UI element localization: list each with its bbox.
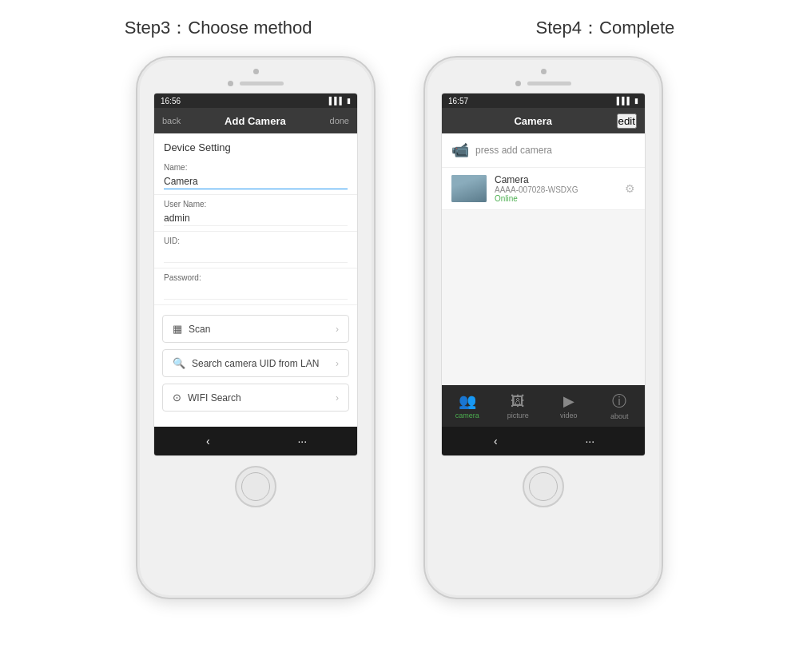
camera-dot [253,69,259,74]
search-lan-button[interactable]: 🔍 Search camera UID from LAN › [162,349,349,377]
done-button[interactable]: done [330,116,349,125]
name-label: Name: [164,163,348,172]
search-lan-label: Search camera UID from LAN [192,358,319,369]
add-camera-row[interactable]: 📹 press add camera [442,133,645,168]
uid-label: UID: [164,237,348,245]
device-setting-content: Device Setting Name: User Name: UID: Pas… [154,133,357,427]
phone3-bottom-bar: ‹ ··· [154,427,358,455]
tab-picture-icon: 🖼 [511,393,525,410]
status-bar-3: 16:56 ▌▌▌ ▮ [154,93,357,108]
page-header: Step3：Choose method Step4：Complete [0,0,799,48]
video-add-icon: 📹 [451,141,469,159]
search-icon: 🔍 [173,357,185,369]
step4-label: Step4：Complete [536,16,675,40]
phone-speaker-4 [527,82,571,85]
scan-chevron: › [336,324,339,335]
tab-bar: 👥 camera 🖼 picture ▶ video ⓘ about [442,385,645,427]
dots-3[interactable]: ··· [297,435,307,447]
tab-video[interactable]: ▶ video [543,392,594,420]
password-input[interactable] [164,284,348,300]
back-button[interactable]: back [162,116,181,125]
uid-field: UID: [154,232,357,268]
wifi-chevron: › [336,392,339,404]
username-label: User Name: [164,200,348,209]
time-4: 16:57 [448,97,468,105]
wifi-search-label: WIFI Search [188,392,241,404]
wifi-search-button[interactable]: ⊙ WIFI Search › [162,384,349,412]
status-icons-4: ▌▌▌ ▮ [617,97,638,105]
methods-section: ▦ Scan › 🔍 Search camera UID from LAN › [154,305,357,421]
tab-video-label: video [560,412,578,420]
tab-camera-label: camera [455,412,479,420]
username-input[interactable] [164,211,348,226]
phone4-bottom-bar: ‹ ··· [442,427,646,455]
time-3: 16:56 [161,97,181,105]
phone-speaker [240,82,284,85]
tab-camera-icon: 👥 [459,392,476,410]
tab-camera[interactable]: 👥 camera [442,392,493,420]
back-arrow-3[interactable]: ‹ [206,435,210,447]
scan-button[interactable]: ▦ Scan › [162,315,349,343]
camera-name: Camera [495,174,617,185]
scan-icon: ▦ [173,323,182,335]
phone-step4: 16:57 ▌▌▌ ▮ Camera edit 📹 press add came… [423,56,663,599]
tab-about-label: about [610,412,629,420]
phones-container: 16:56 ▌▌▌ ▮ back Add Camera done Device … [136,48,663,607]
signal-3: ▌▌▌ [329,97,344,105]
back-arrow-4[interactable]: ‹ [494,435,498,447]
phone-step3: 16:56 ▌▌▌ ▮ back Add Camera done Device … [136,56,376,599]
nav-title-4: Camera [450,115,617,127]
home-button-inner-4 [529,472,558,501]
step3-label: Step3：Choose method [125,16,312,40]
nav-bar-camera: Camera edit [442,108,645,133]
add-camera-label: press add camera [475,145,552,156]
scan-label: Scan [189,324,210,335]
tab-picture-label: picture [507,412,529,420]
camera-uid: AAAA-007028-WSDXG [495,185,617,194]
phone4-screen: 16:57 ▌▌▌ ▮ Camera edit 📹 press add came… [441,93,646,456]
device-setting-title: Device Setting [154,133,357,158]
username-field: User Name: [154,195,357,232]
home-button-3[interactable] [235,466,276,507]
camera-list-item[interactable]: Camera AAAA-007028-WSDXG Online ⚙ [442,168,645,210]
name-input[interactable] [164,174,348,189]
uid-input[interactable] [164,248,348,263]
dots-4[interactable]: ··· [585,435,594,447]
battery-3: ▮ [347,97,351,105]
tab-about[interactable]: ⓘ about [594,392,646,420]
camera-thumbnail [451,175,487,202]
battery-4: ▮ [634,97,638,105]
nav-bar-3: back Add Camera done [154,108,357,133]
wifi-icon: ⊙ [173,392,181,404]
signal-4: ▌▌▌ [617,97,632,105]
speaker-dot-left [228,81,233,86]
tab-video-icon: ▶ [563,392,574,410]
home-button-inner-3 [241,472,270,501]
nav-title-3: Add Camera [181,115,329,127]
password-field: Password: [154,268,357,305]
camera-thumb-image [451,175,487,202]
camera-info: Camera AAAA-007028-WSDXG Online [495,174,617,203]
camera-dot-4 [541,69,547,74]
home-button-4[interactable] [523,466,564,507]
search-lan-chevron: › [336,358,339,369]
status-icons-3: ▌▌▌ ▮ [329,97,351,105]
status-bar-4: 16:57 ▌▌▌ ▮ [442,93,645,108]
camera-status: Online [495,194,617,203]
name-field: Name: [154,158,357,195]
tab-about-icon: ⓘ [612,392,626,411]
settings-icon[interactable]: ⚙ [625,182,635,195]
tab-picture[interactable]: 🖼 picture [493,393,544,420]
password-label: Password: [164,273,348,282]
speaker-dot-left-4 [515,81,521,86]
edit-button[interactable]: edit [617,113,638,129]
phone3-top [137,58,374,86]
phone4-top [425,58,662,86]
phone3-screen: 16:56 ▌▌▌ ▮ back Add Camera done Device … [153,93,358,456]
screen-spacer [442,210,645,385]
